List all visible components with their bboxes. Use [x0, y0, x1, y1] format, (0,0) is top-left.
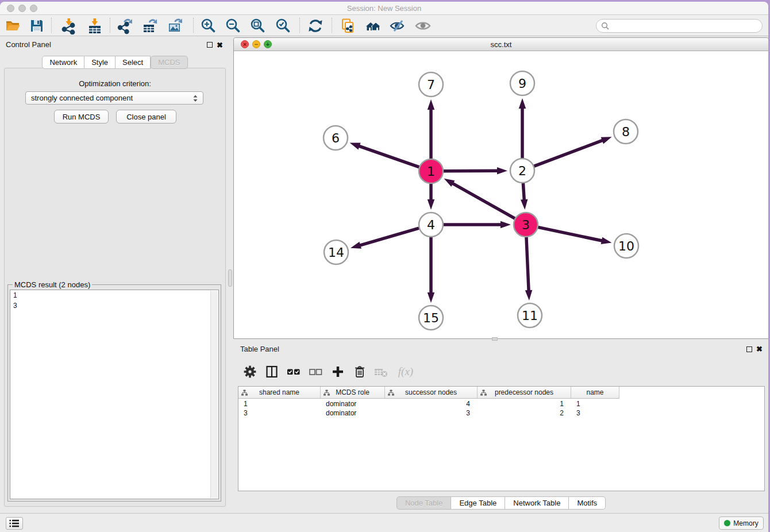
table-panel-title: Table Panel — [240, 345, 279, 353]
node-label-14: 14 — [328, 245, 344, 260]
edge-arrowhead — [519, 98, 526, 109]
edge-arrowhead — [428, 199, 435, 210]
show-eye-icon[interactable] — [413, 16, 433, 36]
edge-arrowhead — [351, 242, 361, 249]
vertical-splitter-handle[interactable] — [228, 269, 232, 287]
mcds-result-item: 3 — [10, 300, 218, 311]
tab-mcds[interactable]: MCDS — [151, 56, 187, 69]
criterion-value: strongly connected component — [31, 94, 133, 102]
horizontal-splitter-handle[interactable] — [492, 337, 498, 341]
tab-style[interactable]: Style — [84, 56, 116, 69]
search-icon — [601, 22, 610, 30]
save-session-icon[interactable] — [27, 16, 47, 36]
control-panel-title: Control Panel — [6, 40, 51, 49]
show-column-panel-icon[interactable] — [263, 363, 280, 380]
table-row[interactable]: 1dominator411 — [238, 399, 764, 408]
memory-button[interactable]: Memory — [719, 516, 764, 530]
home-icon[interactable] — [363, 16, 382, 36]
column-header-label: successor nodes — [405, 388, 457, 396]
edge-3-10[interactable] — [537, 227, 603, 241]
window-title: Session: New Session — [0, 4, 768, 13]
node-label-11: 11 — [522, 309, 538, 323]
column-sort-icon — [324, 390, 330, 396]
search-input[interactable] — [596, 19, 763, 33]
table-cell: 1 — [238, 399, 321, 408]
table-row[interactable]: 3dominator323 — [238, 408, 764, 418]
tab-edge-table[interactable]: Edge Table — [451, 496, 505, 510]
edge-arrowhead — [428, 292, 435, 303]
column-header-predecessor-nodes[interactable]: predecessor nodes — [478, 387, 571, 399]
edge-1-6[interactable] — [359, 146, 420, 168]
column-header-shared-name[interactable]: shared name — [238, 387, 321, 399]
tab-network-table[interactable]: Network Table — [505, 496, 569, 510]
mcds-result-group: MCDS result (2 nodes) 13 — [7, 284, 221, 502]
tab-network[interactable]: Network — [42, 56, 84, 69]
edge-arrowhead — [444, 179, 455, 187]
node-label-6: 6 — [332, 131, 340, 145]
zoom-in-icon[interactable] — [199, 16, 218, 36]
open-session-icon[interactable] — [3, 16, 22, 36]
edge-arrowhead — [601, 237, 612, 244]
table-cell: dominator — [321, 408, 385, 418]
select-all-columns-icon[interactable] — [285, 363, 302, 380]
memory-label: Memory — [733, 519, 758, 527]
table-panel-close-button[interactable]: ✖ — [756, 345, 763, 353]
clone-network-icon[interactable] — [338, 16, 357, 36]
mcds-result-list[interactable]: 13 — [10, 290, 219, 499]
task-history-button[interactable] — [6, 517, 23, 530]
control-panel-close-button[interactable]: ✖ — [217, 41, 223, 49]
column-header-MCDS-role[interactable]: MCDS role — [321, 387, 385, 399]
close-panel-button[interactable]: Close panel — [116, 110, 176, 124]
import-table-icon[interactable] — [85, 16, 105, 36]
refresh-icon[interactable] — [306, 16, 325, 36]
edge-1-2[interactable] — [442, 171, 498, 171]
create-column-icon[interactable] — [329, 363, 346, 380]
delete-column-icon[interactable] — [351, 363, 368, 380]
edge-3-11[interactable] — [526, 236, 529, 291]
optimization-criterion-label: Optimization criterion: — [0, 79, 230, 88]
export-table-icon[interactable] — [140, 16, 160, 36]
edge-2-8[interactable] — [533, 140, 603, 167]
column-header-name[interactable]: name — [571, 387, 619, 399]
memory-status-dot — [724, 520, 730, 526]
column-header-successor-nodes[interactable]: successor nodes — [385, 387, 478, 399]
column-sort-icon — [241, 390, 248, 396]
column-header-label: MCDS role — [336, 388, 369, 396]
import-network-icon[interactable] — [59, 16, 79, 36]
node-label-8: 8 — [622, 125, 630, 139]
hide-selected-icon[interactable] — [388, 16, 407, 36]
table-settings-gear-icon[interactable] — [241, 363, 259, 380]
table-panel-tabs: Node TableEdge TableNetwork TableMotifs — [233, 496, 768, 510]
network-window-titlebar[interactable]: × − + scc.txt — [234, 38, 768, 51]
zoom-out-icon[interactable] — [224, 16, 243, 36]
control-panel-tabs: NetworkStyleSelectMCDS — [0, 56, 230, 69]
table-cell: 3 — [385, 408, 478, 418]
dropdown-chevrons-icon — [193, 95, 198, 102]
edge-arrowhead — [525, 290, 532, 300]
criterion-dropdown[interactable]: strongly connected component — [25, 91, 203, 105]
export-image-icon[interactable] — [165, 16, 185, 36]
function-builder-icon: f(x) — [394, 363, 417, 380]
unselect-all-columns-icon[interactable] — [307, 363, 324, 380]
node-table: shared nameMCDS rolesuccessor nodesprede… — [238, 386, 765, 491]
node-label-9: 9 — [518, 76, 526, 91]
column-header-label: name — [586, 388, 603, 396]
network-canvas[interactable]: 7986124314101511 — [234, 51, 768, 339]
zoom-selected-icon[interactable] — [274, 16, 293, 36]
run-mcds-button[interactable]: Run MCDS — [54, 110, 109, 124]
mcds-result-item: 1 — [10, 290, 218, 300]
table-body: 1dominator4113dominator323 — [238, 399, 764, 418]
tab-select[interactable]: Select — [116, 56, 151, 69]
edge-4-14[interactable] — [359, 228, 419, 246]
status-bar: Memory — [0, 513, 768, 532]
delete-table-icon — [372, 363, 390, 380]
tab-node-table[interactable]: Node Table — [396, 496, 452, 510]
export-network-icon[interactable] — [116, 16, 135, 36]
edge-3-1[interactable] — [452, 183, 516, 219]
edge-2-3[interactable] — [523, 182, 524, 201]
tab-motifs[interactable]: Motifs — [569, 496, 606, 510]
control-panel-float-button[interactable] — [207, 42, 213, 48]
result-scrollbar[interactable] — [210, 291, 218, 498]
table-panel-float-button[interactable] — [746, 346, 752, 352]
zoom-fit-icon[interactable] — [248, 16, 268, 36]
